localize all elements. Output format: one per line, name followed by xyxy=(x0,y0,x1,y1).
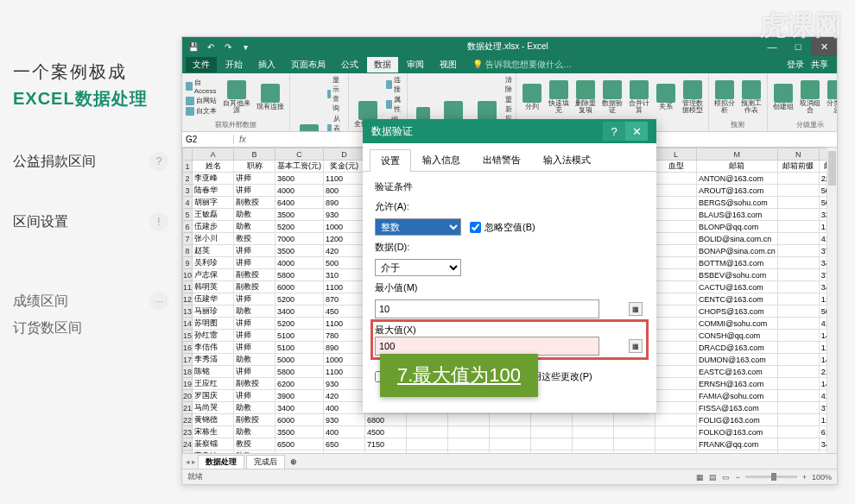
row-header[interactable]: 6 xyxy=(183,221,193,233)
cell[interactable]: 曹良坤 xyxy=(193,450,234,454)
dialog-tab-settings[interactable]: 设置 xyxy=(370,149,411,172)
cell[interactable]: 4000 xyxy=(276,185,324,197)
cell[interactable] xyxy=(531,450,573,454)
cell[interactable]: BOLID@sina.com.cn xyxy=(697,233,778,245)
row-header[interactable]: 22 xyxy=(183,414,193,426)
cell[interactable]: 邮箱前缀 xyxy=(777,161,819,173)
view-break-icon[interactable]: ▭ xyxy=(722,473,730,482)
share-button[interactable]: 共享 xyxy=(811,59,828,71)
cell[interactable]: 3400 xyxy=(276,306,324,318)
ignore-blank-checkbox[interactable]: 忽略空值(B) xyxy=(470,221,535,234)
cell[interactable]: 伍建步 xyxy=(193,221,234,233)
cell[interactable]: 5000 xyxy=(276,354,324,366)
cell[interactable]: DUMON@163.com xyxy=(697,354,778,366)
row-header[interactable]: 16 xyxy=(183,342,193,354)
cell[interactable]: 2000 xyxy=(324,450,365,454)
cell[interactable] xyxy=(531,414,573,426)
row-header[interactable]: 9 xyxy=(183,257,193,269)
ribbon-data-validation[interactable]: 数据验证 xyxy=(600,75,624,118)
cell[interactable]: 6800 xyxy=(365,414,407,426)
ribbon-group[interactable]: 创建组 xyxy=(771,75,795,118)
cell[interactable]: CENTC@163.com xyxy=(697,293,778,306)
zoom-slider[interactable] xyxy=(745,476,797,478)
cell[interactable]: DRACD@163.com xyxy=(697,342,778,354)
cell[interactable]: 500 xyxy=(324,257,365,269)
cell[interactable]: 890 xyxy=(324,342,365,354)
row-header[interactable]: 20 xyxy=(183,390,193,402)
left-item-order[interactable]: 订货数区间 xyxy=(13,319,168,337)
cell[interactable]: AROUT@163.com xyxy=(697,185,778,197)
cell[interactable] xyxy=(531,426,573,438)
cell[interactable] xyxy=(656,414,697,426)
row-header[interactable]: 2 xyxy=(183,173,193,185)
cell[interactable]: BSBEV@sohu.com xyxy=(697,269,778,281)
dialog-help-button[interactable]: ? xyxy=(603,122,625,141)
row-header[interactable]: 14 xyxy=(183,318,193,330)
cell[interactable]: 卢志保 xyxy=(193,269,234,281)
cell[interactable]: 助教 xyxy=(234,306,276,318)
cell[interactable] xyxy=(614,450,656,454)
col-header[interactable]: A xyxy=(193,148,234,161)
cell[interactable]: 赵英 xyxy=(193,245,234,257)
sheet-add-icon[interactable]: ⊕ xyxy=(287,457,301,466)
cell[interactable]: 1000 xyxy=(324,221,365,233)
cell[interactable]: 650 xyxy=(324,438,365,450)
cell[interactable] xyxy=(656,269,697,281)
row-header[interactable]: 15 xyxy=(183,330,193,342)
cell[interactable]: COMMI@sohu.com xyxy=(697,318,778,330)
cell[interactable]: 1100 xyxy=(324,366,365,378)
cell[interactable]: 5200 xyxy=(276,221,324,233)
view-layout-icon[interactable]: ▤ xyxy=(709,473,717,482)
ribbon-subtotal[interactable]: 分类汇总 xyxy=(825,75,837,118)
cell[interactable] xyxy=(656,209,697,221)
cell[interactable] xyxy=(448,414,490,426)
row-header[interactable]: 13 xyxy=(183,306,193,318)
cell[interactable]: 3500 xyxy=(276,245,324,257)
cell[interactable] xyxy=(656,342,697,354)
cell[interactable]: 讲师 xyxy=(234,318,276,330)
cell[interactable] xyxy=(614,438,656,450)
ribbon-new-query[interactable]: 新建查询 xyxy=(294,75,325,132)
cell[interactable]: 邮箱 xyxy=(697,161,778,173)
cell[interactable]: FRANR@163.com xyxy=(697,450,778,454)
cell[interactable] xyxy=(448,426,490,438)
cell[interactable]: 800 xyxy=(324,185,365,197)
cell[interactable] xyxy=(777,293,819,306)
view-normal-icon[interactable]: ▦ xyxy=(696,473,704,482)
row-header[interactable]: 18 xyxy=(183,366,193,378)
cell[interactable]: 4000 xyxy=(276,450,324,454)
cell[interactable]: 450 xyxy=(324,306,365,318)
cell[interactable]: 马丽珍 xyxy=(193,306,234,318)
col-header[interactable]: N xyxy=(777,148,819,161)
cell[interactable]: 助教 xyxy=(234,402,276,414)
cell[interactable]: 李佶伟 xyxy=(193,342,234,354)
row-header[interactable]: 7 xyxy=(183,233,193,245)
cell[interactable]: 宋栋生 xyxy=(193,426,234,438)
cell[interactable]: 5100 xyxy=(276,330,324,342)
cell[interactable]: 副教授 xyxy=(234,269,276,281)
cell[interactable]: 讲师 xyxy=(234,366,276,378)
cell[interactable] xyxy=(407,414,448,426)
row-header[interactable]: 3 xyxy=(183,185,193,197)
cell[interactable]: 400 xyxy=(324,426,365,438)
cell[interactable]: 420 xyxy=(324,245,365,257)
cell[interactable] xyxy=(490,414,531,426)
ribbon-text-to-col[interactable]: 分列 xyxy=(520,75,544,118)
cell[interactable]: 4000 xyxy=(276,257,324,269)
cell[interactable] xyxy=(656,245,697,257)
cell[interactable] xyxy=(448,450,490,454)
allow-select[interactable]: 整数 xyxy=(375,218,461,236)
cell[interactable] xyxy=(777,281,819,293)
ignore-blank-input[interactable] xyxy=(470,222,481,233)
cell[interactable]: 助教 xyxy=(234,221,276,233)
cell[interactable] xyxy=(777,402,819,414)
cell[interactable]: 6000 xyxy=(276,281,324,293)
cell[interactable] xyxy=(777,185,819,197)
cell[interactable] xyxy=(656,173,697,185)
cell[interactable]: 陆春华 xyxy=(193,185,234,197)
undo-icon[interactable]: ↶ xyxy=(205,41,217,53)
cell[interactable] xyxy=(777,330,819,342)
menu-file[interactable]: 文件 xyxy=(186,57,217,72)
cell[interactable]: 张小川 xyxy=(193,233,234,245)
cell[interactable]: 1100 xyxy=(324,281,365,293)
